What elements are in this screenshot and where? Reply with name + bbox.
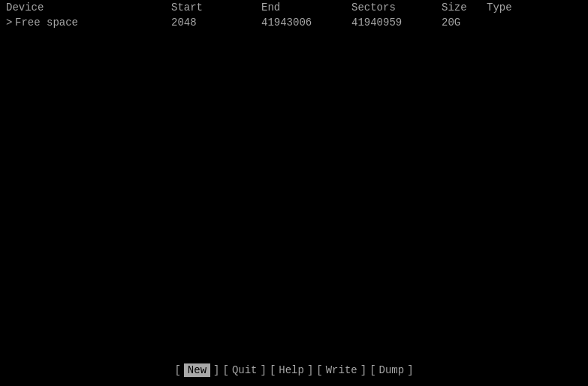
bottom-bar: [ New ] [ Quit ] [ Help ] [ Write ] [ Du… — [0, 363, 588, 377]
write-button[interactable]: Write — [326, 364, 357, 376]
new-bracket-open: [ — [174, 364, 180, 376]
table-header: Device Start End Sectors Size Type — [0, 0, 588, 15]
row-indicator: > — [6, 17, 15, 29]
header-device: Device — [6, 2, 171, 14]
screen: Device Start End Sectors Size Type > Fre… — [0, 0, 588, 386]
header-start: Start — [171, 2, 261, 14]
cell-type — [487, 17, 547, 29]
cell-size: 20G — [442, 17, 487, 29]
new-button[interactable]: New — [184, 363, 210, 377]
cell-sectors: 41940959 — [351, 17, 442, 29]
header-size: Size — [442, 2, 487, 14]
cell-device: Free space — [15, 17, 171, 29]
new-bracket-close: ] — [213, 364, 219, 376]
quit-button[interactable]: Quit — [232, 364, 258, 376]
help-button[interactable]: Help — [279, 364, 304, 376]
cell-start: 2048 — [171, 17, 261, 29]
header-type: Type — [487, 2, 547, 14]
header-end: End — [261, 2, 351, 14]
header-sectors: Sectors — [351, 2, 442, 14]
table-row[interactable]: > Free space 2048 41943006 41940959 20G — [0, 15, 588, 30]
dump-button[interactable]: Dump — [379, 364, 405, 376]
cell-end: 41943006 — [261, 17, 351, 29]
